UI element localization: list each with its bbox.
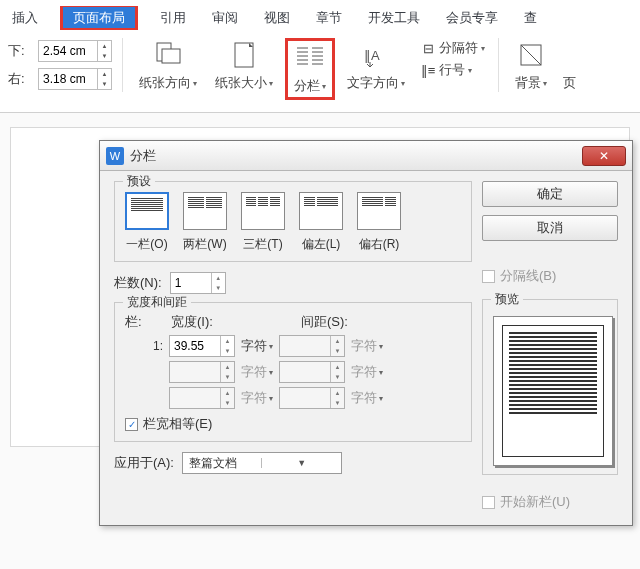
svg-line-15 xyxy=(521,45,541,65)
separator-line-checkbox: 分隔线(B) xyxy=(482,267,618,285)
presets-legend: 预设 xyxy=(123,173,155,190)
preview-legend: 预览 xyxy=(491,291,523,308)
tab-page-layout[interactable]: 页面布局 xyxy=(63,7,135,28)
text-direction-icon: ‖A xyxy=(360,40,392,70)
breaks-icon: ⊟ xyxy=(420,41,436,55)
margin-right-input[interactable]: ▲▼ xyxy=(38,68,112,90)
equal-width-checkbox[interactable]: ✓栏宽相等(E) xyxy=(125,415,212,433)
tab-insert[interactable]: 插入 xyxy=(8,6,42,30)
ok-button[interactable]: 确定 xyxy=(482,181,618,207)
columns-dialog: W 分栏 ✕ 预设 一栏(O) 两栏(W) 三栏(T) 偏左(L) 偏右(R) … xyxy=(99,140,633,526)
size-icon xyxy=(228,40,260,70)
line-numbers-button[interactable]: ‖≡行号▾ xyxy=(417,60,488,80)
apply-to-label: 应用于(A): xyxy=(114,454,174,472)
columns-button[interactable]: 分栏▾ xyxy=(285,38,335,100)
background-icon xyxy=(515,40,547,70)
tab-view[interactable]: 视图 xyxy=(260,6,294,30)
width-spacing-group: 宽度和间距 栏:宽度(I):间距(S): 1: ▲▼ 字符▾ ▲▼ 字符▾ ▲▼… xyxy=(114,302,472,442)
ribbon-body: 下: ▲▼ 右: ▲▼ 纸张方向▾ 纸张大小▾ 分栏▾ ‖A 文字方向▾ ⊟分隔… xyxy=(0,34,640,113)
text-direction-button[interactable]: ‖A 文字方向▾ xyxy=(341,38,411,94)
app-icon: W xyxy=(106,147,124,165)
background-button[interactable]: 背景▾ xyxy=(509,38,553,94)
column-count-label: 栏数(N): xyxy=(114,274,162,292)
orientation-icon xyxy=(152,40,184,70)
preset-three[interactable]: 三栏(T) xyxy=(241,192,285,253)
preset-two[interactable]: 两栏(W) xyxy=(183,192,227,253)
col-row-3: ▲▼ 字符▾ ▲▼ 字符▾ xyxy=(125,387,461,409)
dialog-titlebar: W 分栏 ✕ xyxy=(100,141,632,171)
page-button-cut[interactable]: 页 xyxy=(559,38,579,94)
tab-search-cut[interactable]: 查 xyxy=(520,6,541,30)
col-row-2: ▲▼ 字符▾ ▲▼ 字符▾ xyxy=(125,361,461,383)
preview-image xyxy=(493,316,613,466)
svg-text:‖A: ‖A xyxy=(364,48,380,63)
margins-group: 下: ▲▼ 右: ▲▼ xyxy=(8,40,112,90)
margin-right-label: 右: xyxy=(8,70,34,88)
apply-to-combo[interactable]: 整篇文档▼ xyxy=(182,452,342,474)
width-spacing-legend: 宽度和间距 xyxy=(123,294,191,311)
column-count-input[interactable]: ▲▼ xyxy=(170,272,226,294)
preset-left[interactable]: 偏左(L) xyxy=(299,192,343,253)
line-numbers-icon: ‖≡ xyxy=(420,63,436,77)
tab-member[interactable]: 会员专享 xyxy=(442,6,502,30)
preset-one[interactable]: 一栏(O) xyxy=(125,192,169,253)
tab-developer[interactable]: 开发工具 xyxy=(364,6,424,30)
page-icon xyxy=(559,40,579,70)
orientation-button[interactable]: 纸张方向▾ xyxy=(133,38,203,94)
preview-group: 预览 xyxy=(482,299,618,475)
breaks-group: ⊟分隔符▾ ‖≡行号▾ xyxy=(417,38,488,80)
spacing-1-input: ▲▼ xyxy=(279,335,345,357)
margin-bottom-label: 下: xyxy=(8,42,34,60)
columns-icon xyxy=(294,43,326,73)
presets-group: 预设 一栏(O) 两栏(W) 三栏(T) 偏左(L) 偏右(R) xyxy=(114,181,472,262)
ribbon-tabs: 插入 页面布局 引用 审阅 视图 章节 开发工具 会员专享 查 xyxy=(0,0,640,34)
tab-chapter[interactable]: 章节 xyxy=(312,6,346,30)
breaks-button[interactable]: ⊟分隔符▾ xyxy=(417,38,488,58)
svg-rect-1 xyxy=(162,49,180,63)
highlight-box-tab: 页面布局 xyxy=(60,6,138,30)
cancel-button[interactable]: 取消 xyxy=(482,215,618,241)
tab-review[interactable]: 审阅 xyxy=(208,6,242,30)
col-row-1: 1: ▲▼ 字符▾ ▲▼ 字符▾ xyxy=(125,335,461,357)
margin-bottom-input[interactable]: ▲▼ xyxy=(38,40,112,62)
width-1-input[interactable]: ▲▼ xyxy=(169,335,235,357)
close-button[interactable]: ✕ xyxy=(582,146,626,166)
start-new-column-checkbox: 开始新栏(U) xyxy=(482,493,618,511)
tab-references[interactable]: 引用 xyxy=(156,6,190,30)
preset-right[interactable]: 偏右(R) xyxy=(357,192,401,253)
size-button[interactable]: 纸张大小▾ xyxy=(209,38,279,94)
dialog-title: 分栏 xyxy=(130,147,582,165)
